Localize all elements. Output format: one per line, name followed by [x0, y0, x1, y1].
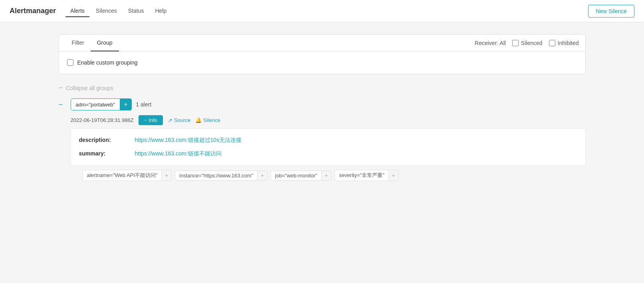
- label-tag-job-plus[interactable]: +: [321, 171, 331, 180]
- source-icon: ↗: [168, 117, 172, 124]
- minus-icon: −: [144, 117, 147, 123]
- filter-options: Receiver: All Silenced Inhibited: [468, 35, 585, 51]
- main-content: Filter Group Receiver: All Silenced Inhi…: [43, 22, 602, 199]
- group-tag: adm="portalweb" +: [71, 98, 132, 110]
- nav-help[interactable]: Help: [150, 5, 171, 17]
- inhibited-label: Inhibited: [558, 40, 579, 46]
- group-count: 1 alert: [136, 101, 151, 108]
- group-tag-plus-icon[interactable]: +: [120, 99, 131, 110]
- source-button[interactable]: ↗ Source: [168, 117, 190, 124]
- detail-row-summary: summary: https://www.163.com:链接不能访问: [79, 147, 577, 161]
- group-toggle-icon[interactable]: −: [59, 100, 67, 109]
- label-tags: alertname="Web API不能访问" + instance="http…: [83, 170, 586, 181]
- alert-timestamp: 2022-06-19T06:28:31.986Z: [71, 117, 134, 123]
- label-tag-severity: severity="非常严重" +: [335, 170, 398, 181]
- group-tag-key: adm="portalweb": [71, 99, 120, 110]
- filter-panel: Filter Group Receiver: All Silenced Inhi…: [59, 34, 586, 74]
- nav-silences[interactable]: Silences: [91, 5, 122, 17]
- alert-group: − adm="portalweb" + 1 alert 2022-06-19T0…: [59, 98, 586, 181]
- label-tag-instance: instance="https://www.163.com" +: [175, 171, 268, 181]
- nav-menu: Alerts Silences Status Help: [65, 5, 171, 17]
- label-tag-instance-text: instance="https://www.163.com": [175, 171, 257, 180]
- detail-val-description[interactable]: https://www.163.com:链接超过10s无法连接: [135, 137, 242, 144]
- detail-row-description: description: https://www.163.com:链接超过10s…: [79, 134, 577, 147]
- collapse-all-bar[interactable]: − Collapse all groups: [59, 84, 586, 92]
- alert-details: description: https://www.163.com:链接超过10s…: [71, 128, 586, 166]
- label-tag-job: job="web-monitor" +: [271, 171, 331, 181]
- tab-filter[interactable]: Filter: [65, 35, 91, 51]
- enable-grouping-text: Enable custom grouping: [77, 59, 138, 66]
- detail-val-summary[interactable]: https://www.163.com:链接不能访问: [135, 150, 222, 157]
- info-label: Info: [149, 117, 157, 123]
- inhibited-checkbox-item[interactable]: Inhibited: [549, 40, 579, 46]
- new-silence-button[interactable]: New Silence: [588, 5, 634, 18]
- tab-group[interactable]: Group: [91, 35, 119, 51]
- collapse-dash-icon: −: [59, 84, 63, 92]
- detail-key-summary: summary:: [79, 150, 135, 157]
- navbar: Alertmanager Alerts Silences Status Help…: [0, 0, 644, 22]
- silence-label: Silence: [203, 117, 220, 123]
- enable-grouping-label[interactable]: Enable custom grouping: [67, 59, 577, 66]
- filter-body: Enable custom grouping: [59, 51, 585, 74]
- silence-icon: 🔔: [195, 117, 202, 123]
- silence-button[interactable]: 🔔 Silence: [195, 117, 220, 123]
- app-brand: Alertmanager: [10, 7, 56, 15]
- alert-meta: 2022-06-19T06:28:31.986Z − Info ↗ Source…: [71, 115, 586, 125]
- label-tag-instance-plus[interactable]: +: [257, 171, 267, 180]
- enable-grouping-checkbox[interactable]: [67, 59, 73, 66]
- collapse-all-label: Collapse all groups: [66, 85, 113, 91]
- label-tag-severity-text: severity="非常严重": [335, 170, 388, 181]
- receiver-label: Receiver: All: [475, 40, 506, 46]
- source-label: Source: [174, 117, 190, 123]
- detail-key-description: description:: [79, 137, 135, 143]
- label-tag-alertname-text: alertname="Web API不能访问": [83, 170, 162, 181]
- nav-status[interactable]: Status: [123, 5, 149, 17]
- label-tag-job-text: job="web-monitor": [271, 171, 321, 180]
- label-tag-alertname-plus[interactable]: +: [161, 171, 171, 180]
- silenced-label: Silenced: [521, 40, 543, 46]
- label-tag-severity-plus[interactable]: +: [388, 171, 398, 180]
- nav-alerts[interactable]: Alerts: [65, 5, 89, 17]
- silenced-checkbox-item[interactable]: Silenced: [512, 40, 543, 46]
- info-button[interactable]: − Info: [139, 115, 163, 125]
- inhibited-checkbox[interactable]: [549, 40, 555, 46]
- alert-row: 2022-06-19T06:28:31.986Z − Info ↗ Source…: [71, 115, 586, 181]
- alert-group-header: − adm="portalweb" + 1 alert: [59, 98, 586, 110]
- silenced-checkbox[interactable]: [512, 40, 519, 46]
- navbar-right: New Silence: [588, 5, 634, 18]
- label-tag-alertname: alertname="Web API不能访问" +: [83, 170, 172, 181]
